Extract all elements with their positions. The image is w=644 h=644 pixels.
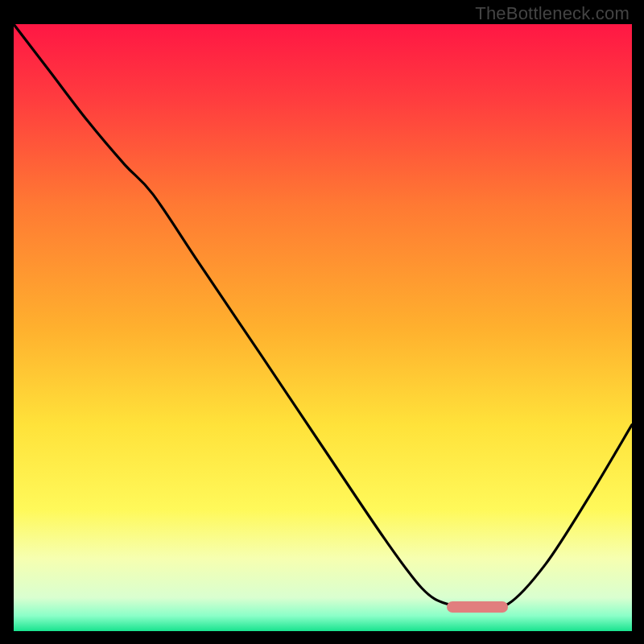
background-gradient: [14, 24, 632, 631]
optimal-zone-marker: [447, 601, 509, 613]
plot-frame: [14, 24, 632, 631]
chart-stage: TheBottleneck.com: [0, 0, 644, 644]
plot-area: [14, 24, 632, 631]
watermark-text: TheBottleneck.com: [475, 3, 630, 24]
svg-rect-0: [14, 24, 632, 631]
